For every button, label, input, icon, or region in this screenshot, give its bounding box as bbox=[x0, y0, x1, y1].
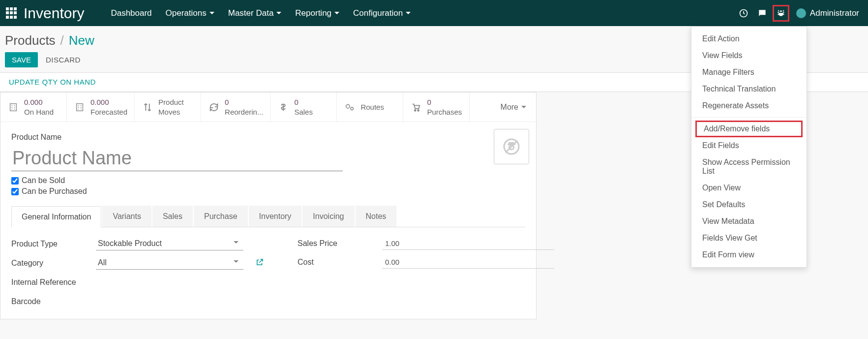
svg-point-5 bbox=[415, 110, 416, 111]
menu-show-access-permission[interactable]: Show Access Permission List bbox=[691, 154, 807, 180]
svg-point-3 bbox=[346, 104, 350, 108]
can-be-sold-label: Can be Sold bbox=[22, 176, 65, 185]
nav-master-data[interactable]: Master Data bbox=[221, 4, 289, 22]
apps-icon[interactable] bbox=[6, 7, 18, 19]
stat-forecasted[interactable]: 0.000Forecasted bbox=[67, 92, 135, 122]
chevron-down-icon bbox=[334, 12, 339, 14]
stat-buttons: 0.000On Hand 0.000Forecasted ProductMove… bbox=[0, 92, 536, 122]
cart-icon bbox=[410, 102, 422, 113]
chat-icon[interactable] bbox=[754, 5, 771, 22]
category-label: Category bbox=[11, 259, 96, 268]
sales-price-label: Sales Price bbox=[298, 239, 382, 248]
menu-add-remove-fields[interactable]: Add/Remove fields bbox=[695, 121, 803, 137]
sales-price-input[interactable] bbox=[382, 237, 554, 250]
tab-general-information[interactable]: General Information bbox=[11, 206, 101, 227]
gears-icon bbox=[344, 102, 356, 113]
stat-on-hand[interactable]: 0.000On Hand bbox=[0, 92, 67, 122]
category-select[interactable]: All bbox=[96, 256, 243, 270]
breadcrumb-current: New bbox=[69, 33, 94, 48]
transfer-icon bbox=[142, 102, 153, 113]
stat-reordering[interactable]: 0Reorderin... bbox=[201, 92, 270, 122]
internal-reference-input[interactable] bbox=[96, 276, 268, 289]
internal-reference-label: Internal Reference bbox=[11, 278, 96, 287]
debug-icon[interactable] bbox=[773, 5, 789, 22]
menu-technical-translation[interactable]: Technical Translation bbox=[691, 81, 807, 97]
product-name-label: Product Name bbox=[11, 133, 525, 142]
nav-operations[interactable]: Operations bbox=[159, 4, 221, 22]
menu-separator bbox=[691, 117, 807, 118]
nav-menu: Dashboard Operations Master Data Reporti… bbox=[104, 4, 418, 22]
discard-button[interactable]: DISCARD bbox=[46, 56, 81, 64]
menu-set-defaults[interactable]: Set Defaults bbox=[691, 196, 807, 213]
tab-purchase[interactable]: Purchase bbox=[194, 206, 248, 227]
svg-rect-2 bbox=[77, 103, 83, 111]
can-be-purchased-checkbox[interactable] bbox=[11, 188, 19, 195]
menu-view-fields[interactable]: View Fields bbox=[691, 47, 807, 64]
stat-purchases[interactable]: 0Purchases bbox=[403, 92, 470, 122]
tab-invoicing[interactable]: Invoicing bbox=[302, 206, 354, 227]
avatar bbox=[796, 8, 806, 18]
product-image-upload[interactable] bbox=[494, 129, 529, 164]
stat-more[interactable]: More bbox=[491, 92, 536, 122]
menu-regenerate-assets[interactable]: Regenerate Assets bbox=[691, 97, 807, 114]
breadcrumb-separator: / bbox=[60, 33, 64, 48]
chevron-down-icon bbox=[210, 12, 214, 14]
form-sheet: 0.000On Hand 0.000Forecasted ProductMove… bbox=[0, 92, 537, 319]
product-name-input[interactable] bbox=[11, 146, 343, 171]
dollar-icon bbox=[277, 102, 289, 113]
chevron-down-icon bbox=[521, 106, 526, 108]
can-be-sold-checkbox[interactable] bbox=[11, 177, 19, 185]
can-be-purchased-label: Can be Purchased bbox=[22, 187, 87, 196]
menu-view-metadata[interactable]: View Metadata bbox=[691, 213, 807, 230]
save-button[interactable]: SAVE bbox=[5, 52, 38, 67]
breadcrumb-parent[interactable]: Products bbox=[5, 33, 56, 48]
cost-input[interactable] bbox=[382, 256, 554, 269]
developer-menu: Edit Action View Fields Manage Filters T… bbox=[691, 26, 807, 268]
stat-product-moves[interactable]: ProductMoves bbox=[135, 92, 201, 122]
general-info-fields: Product Type Stockable Product Category … bbox=[11, 227, 525, 314]
cost-label: Cost bbox=[298, 258, 382, 267]
product-type-select[interactable]: Stockable Product bbox=[96, 237, 243, 250]
nav-reporting[interactable]: Reporting bbox=[288, 4, 346, 22]
refresh-icon bbox=[208, 102, 220, 113]
tabs: General Information Variants Sales Purch… bbox=[11, 206, 525, 227]
tab-variants[interactable]: Variants bbox=[102, 206, 151, 227]
barcode-label: Barcode bbox=[11, 297, 96, 306]
menu-manage-filters[interactable]: Manage Filters bbox=[691, 64, 807, 81]
user-menu[interactable]: Administrator bbox=[791, 8, 864, 18]
user-name: Administrator bbox=[810, 8, 859, 18]
svg-point-6 bbox=[418, 110, 419, 111]
chevron-down-icon bbox=[406, 12, 411, 14]
tab-inventory[interactable]: Inventory bbox=[249, 206, 302, 227]
menu-fields-view-get[interactable]: Fields View Get bbox=[691, 230, 807, 247]
tab-notes[interactable]: Notes bbox=[356, 206, 397, 227]
building-icon bbox=[74, 102, 86, 113]
menu-edit-fields[interactable]: Edit Fields bbox=[691, 137, 807, 154]
stat-routes[interactable]: Routes bbox=[337, 92, 403, 122]
building-icon bbox=[7, 102, 19, 113]
update-qty-button[interactable]: UPDATE QTY ON HAND bbox=[9, 78, 96, 86]
barcode-input[interactable] bbox=[96, 295, 268, 308]
menu-edit-action[interactable]: Edit Action bbox=[691, 31, 807, 47]
svg-rect-1 bbox=[10, 103, 17, 111]
app-brand[interactable]: Inventory bbox=[24, 5, 84, 22]
menu-edit-form-view[interactable]: Edit Form view bbox=[691, 247, 807, 263]
svg-point-4 bbox=[351, 107, 354, 110]
external-link-icon[interactable] bbox=[255, 258, 264, 269]
activity-icon[interactable] bbox=[735, 5, 752, 22]
tab-sales[interactable]: Sales bbox=[152, 206, 193, 227]
nav-dashboard[interactable]: Dashboard bbox=[104, 4, 158, 22]
product-type-label: Product Type bbox=[11, 240, 96, 248]
stat-sales[interactable]: 0Sales bbox=[270, 92, 337, 122]
form-body: Product Name Can be Sold Can be Purchase… bbox=[0, 122, 536, 319]
menu-open-view[interactable]: Open View bbox=[691, 180, 807, 196]
camera-icon bbox=[503, 138, 520, 155]
chevron-down-icon bbox=[234, 260, 239, 263]
topbar: Inventory Dashboard Operations Master Da… bbox=[0, 0, 868, 26]
nav-configuration[interactable]: Configuration bbox=[346, 4, 418, 22]
chevron-down-icon bbox=[276, 12, 281, 14]
topbar-right: Administrator bbox=[735, 5, 864, 22]
